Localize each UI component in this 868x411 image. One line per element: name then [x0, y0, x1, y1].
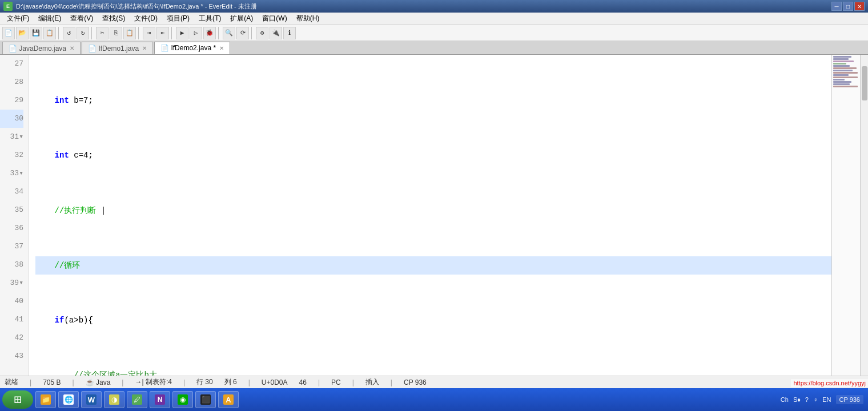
editor-content[interactable]: 27 28 29 30 31▾ 32 33▾ 34 35 36 37 38 39… [0, 55, 868, 376]
start-button[interactable]: ⊞ [2, 390, 33, 409]
undo-button[interactable]: ↺ [63, 27, 75, 39]
tray-ch[interactable]: Ch [781, 396, 789, 403]
plugin-button[interactable]: 🔌 [270, 27, 282, 39]
open-button[interactable]: 📂 [16, 27, 29, 39]
app3-icon: ◉ [178, 394, 188, 405]
run-button[interactable]: ▷ [190, 27, 202, 39]
tab-ifdemo1[interactable]: 📄 IfDemo1.java ✕ [82, 42, 153, 54]
minimap [831, 55, 860, 376]
minimize-button[interactable]: ─ [831, 2, 842, 11]
minimap-line [833, 81, 851, 83]
menu-search[interactable]: 查找(S) [98, 13, 130, 25]
tab-ifdemo2-close[interactable]: ✕ [219, 45, 224, 51]
menu-bar: 文件(F) 编辑(E) 查看(V) 查找(S) 文件(D) 项目(P) 工具(T… [0, 13, 868, 25]
menu-help[interactable]: 帮助(H) [292, 13, 324, 25]
taskbar-app4[interactable]: ⬛ [195, 391, 216, 408]
minimap-lines [832, 55, 860, 89]
minimap-line [833, 86, 858, 87]
menu-project[interactable]: 项目(P) [162, 13, 194, 25]
replace-button[interactable]: ⟳ [236, 27, 249, 39]
taskbar-app2[interactable]: 🖊 [127, 391, 147, 408]
code-line-30: //循环 [35, 256, 831, 275]
taskbar-app1[interactable]: ◑ [104, 391, 124, 408]
system-clock[interactable]: CP 936 [836, 395, 864, 404]
minimap-line [833, 79, 845, 80]
tab-ifdemo2-label: 📄 IfDemo2.java * [160, 44, 216, 52]
tray-s[interactable]: S♦ [793, 396, 801, 403]
search-button[interactable]: 🔍 [223, 27, 235, 39]
line-num-40: 40 [0, 292, 23, 311]
line-num-41: 41 [0, 311, 23, 329]
maximize-button[interactable]: □ [843, 2, 853, 11]
status-ready: 就绪 [5, 377, 18, 387]
tray-help[interactable]: ? [805, 396, 809, 403]
minimap-line [833, 67, 857, 69]
save-button[interactable]: 💾 [30, 27, 42, 39]
line-num-39: 39▾ [0, 274, 23, 292]
code-line-27: int b=7; [35, 91, 831, 110]
menu-file2[interactable]: 文件(D) [130, 13, 162, 25]
menu-window[interactable]: 窗口(W) [258, 13, 291, 25]
tray-sound[interactable]: ♀ [813, 396, 818, 403]
tab-javademo-close[interactable]: ✕ [70, 45, 74, 51]
menu-extend[interactable]: 扩展(A) [226, 13, 258, 25]
new-file-button[interactable]: 📄 [2, 27, 15, 39]
minimap-line [833, 76, 858, 78]
line-numbers: 27 28 29 30 31▾ 32 33▾ 34 35 36 37 38 39… [0, 55, 29, 376]
tab-bar: 📄 JavaDemo.java ✕ 📄 IfDemo1.java ✕ 📄 IfD… [0, 41, 868, 55]
minimap-line [833, 74, 849, 76]
taskbar-browser[interactable]: 🌐 [58, 391, 79, 408]
status-encoding: CP 936 [404, 378, 427, 386]
app4-icon: ⬛ [200, 394, 211, 405]
tab-javademo[interactable]: 📄 JavaDemo.java ✕ [2, 42, 81, 54]
browser-icon: 🌐 [63, 394, 74, 405]
taskbar-word[interactable]: W [81, 391, 102, 408]
cut-button[interactable]: ✂ [96, 27, 108, 39]
menu-tools[interactable]: 工具(T) [194, 13, 226, 25]
line-num-35: 35 [0, 201, 23, 219]
tab-ifdemo1-label: 📄 IfDemo1.java [88, 45, 139, 53]
status-value: 46 [299, 378, 307, 386]
outdent-button[interactable]: ⇤ [156, 27, 169, 39]
scrollbar-thumb[interactable] [862, 66, 867, 100]
settings-button[interactable]: ⚙ [256, 27, 268, 39]
app1-icon: ◑ [109, 394, 119, 405]
word-icon: W [86, 394, 97, 405]
editor[interactable]: 27 28 29 30 31▾ 32 33▾ 34 35 36 37 38 39… [0, 55, 868, 376]
line-num-43: 43 [0, 347, 23, 365]
line-num-27: 27 [0, 55, 23, 73]
taskbar-onenote[interactable]: N [150, 391, 170, 408]
info-button[interactable]: ℹ [283, 27, 296, 39]
tab-ifdemo2[interactable]: 📄 IfDemo2.java * ✕ [154, 42, 230, 54]
copy-button[interactable]: ⎘ [110, 27, 122, 39]
status-lang: ☕ Java [86, 378, 111, 386]
code-line-28: int c=4; [35, 146, 831, 164]
code-editor[interactable]: int b=7; int c=4; //执行判断 | //循环 if(a>b){… [29, 55, 831, 376]
minimap-line [833, 61, 854, 62]
close-button[interactable]: ✕ [854, 2, 865, 11]
tray-en[interactable]: EN [822, 396, 831, 403]
indent-button[interactable]: ⇥ [143, 27, 155, 39]
toolbar-sep2 [91, 27, 94, 39]
save-all-button[interactable]: 📋 [43, 27, 56, 39]
taskbar-app3[interactable]: ◉ [172, 391, 193, 408]
onenote-icon: N [155, 394, 165, 405]
redo-button[interactable]: ↻ [77, 27, 89, 39]
code-line-29: //执行判断 | [35, 201, 831, 220]
paste-button[interactable]: 📋 [123, 27, 136, 39]
toolbar: 📄 📂 💾 📋 ↺ ↻ ✂ ⎘ 📋 ⇥ ⇤ ▶ ▷ 🐞 🔍 ⟳ ⚙ 🔌 ℹ [0, 25, 868, 41]
menu-view[interactable]: 查看(V) [66, 13, 98, 25]
line-num-30: 30 [0, 110, 23, 128]
vertical-scrollbar[interactable] [860, 55, 868, 376]
debug-button[interactable]: 🐞 [203, 27, 216, 39]
menu-edit[interactable]: 编辑(E) [34, 13, 66, 25]
tab-ifdemo1-close[interactable]: ✕ [142, 45, 147, 51]
menu-file[interactable]: 文件(F) [2, 13, 34, 25]
taskbar-folder[interactable]: 📁 [35, 391, 56, 408]
taskbar-app5[interactable]: A [218, 391, 239, 408]
status-row: 行 30 [196, 377, 213, 387]
minimap-line [833, 63, 846, 65]
build-button[interactable]: ▶ [176, 27, 188, 39]
minimap-content [832, 55, 860, 376]
system-tray: Ch S♦ ? ♀ EN CP 936 [781, 395, 866, 404]
